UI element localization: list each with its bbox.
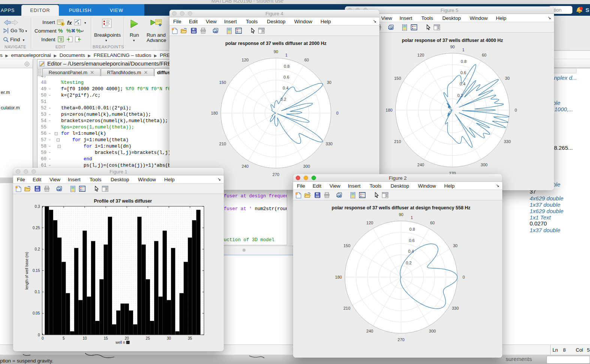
svg-text:fi: fi bbox=[78, 22, 79, 25]
svg-text:polar response of 37 wells dif: polar response of 37 wells diffuser at d… bbox=[332, 205, 470, 210]
svg-text:25: 25 bbox=[146, 336, 150, 340]
svg-text:120: 120 bbox=[366, 221, 373, 225]
svg-text:0.4: 0.4 bbox=[408, 249, 414, 254]
svg-text:0.2: 0.2 bbox=[457, 93, 463, 98]
svg-text:210: 210 bbox=[343, 306, 350, 310]
svg-text:180: 180 bbox=[335, 275, 342, 279]
svg-text:15: 15 bbox=[104, 336, 108, 340]
svg-text:0.1: 0.1 bbox=[35, 290, 40, 294]
svg-text:90: 90 bbox=[274, 49, 278, 54]
svg-text:0.15: 0.15 bbox=[33, 269, 40, 273]
svg-text:300: 300 bbox=[481, 163, 487, 167]
svg-text:10: 10 bbox=[82, 336, 87, 340]
svg-text:300: 300 bbox=[303, 164, 310, 169]
svg-text:120: 120 bbox=[417, 53, 424, 57]
svg-text:30: 30 bbox=[505, 76, 509, 81]
svg-text:30: 30 bbox=[167, 336, 171, 340]
svg-text:0: 0 bbox=[42, 336, 44, 340]
svg-text:20: 20 bbox=[125, 336, 129, 340]
svg-text:0: 0 bbox=[515, 108, 517, 112]
svg-text:0.2: 0.2 bbox=[406, 261, 412, 265]
svg-text:0: 0 bbox=[463, 275, 465, 279]
svg-text:30: 30 bbox=[327, 80, 331, 85]
svg-text:?: ? bbox=[127, 341, 129, 344]
svg-text:length of well base (m): length of well base (m) bbox=[25, 252, 29, 290]
svg-text:0.8: 0.8 bbox=[461, 59, 466, 64]
svg-text:60: 60 bbox=[482, 53, 486, 57]
svg-text:0.3: 0.3 bbox=[35, 204, 40, 209]
svg-text:0.05: 0.05 bbox=[33, 311, 40, 315]
svg-text:120: 120 bbox=[242, 58, 249, 62]
svg-text:330: 330 bbox=[504, 139, 511, 144]
svg-text:0: 0 bbox=[38, 333, 40, 337]
svg-text:240: 240 bbox=[242, 164, 249, 169]
svg-text:0.8: 0.8 bbox=[409, 227, 415, 231]
svg-text:60: 60 bbox=[304, 58, 309, 62]
svg-text:0.2: 0.2 bbox=[35, 247, 40, 251]
svg-text:1: 1 bbox=[462, 48, 464, 52]
svg-text:270: 270 bbox=[398, 337, 404, 342]
svg-text:60: 60 bbox=[430, 221, 434, 225]
svg-text:polar response of 37 wells dif: polar response of 37 wells diffuser at 4… bbox=[402, 38, 503, 43]
svg-text:0.8: 0.8 bbox=[284, 64, 289, 69]
svg-text:210: 210 bbox=[219, 142, 226, 146]
svg-text:330: 330 bbox=[452, 306, 458, 310]
svg-text:270: 270 bbox=[273, 172, 279, 177]
svg-text:0: 0 bbox=[336, 111, 338, 115]
svg-text:300: 300 bbox=[429, 329, 436, 333]
svg-text:35: 35 bbox=[188, 336, 192, 340]
svg-text:well n: well n bbox=[115, 340, 125, 345]
svg-text:90: 90 bbox=[399, 212, 403, 217]
svg-text:0.25: 0.25 bbox=[33, 226, 40, 230]
svg-text:330: 330 bbox=[326, 142, 332, 146]
svg-text:150: 150 bbox=[343, 243, 350, 248]
svg-text:240: 240 bbox=[366, 329, 373, 333]
svg-text:Profile of 37 wells diffuser: Profile of 37 wells diffuser bbox=[94, 198, 152, 204]
svg-text:180: 180 bbox=[386, 108, 392, 112]
svg-text:0.4: 0.4 bbox=[283, 86, 288, 90]
svg-text:150: 150 bbox=[219, 80, 226, 85]
svg-text:1: 1 bbox=[285, 53, 288, 57]
svg-text:90: 90 bbox=[450, 45, 455, 49]
svg-text:30: 30 bbox=[453, 243, 457, 248]
svg-text:180: 180 bbox=[211, 111, 218, 115]
svg-text:0.6: 0.6 bbox=[460, 70, 466, 75]
svg-text:240: 240 bbox=[417, 163, 424, 167]
svg-text:0.6: 0.6 bbox=[283, 75, 289, 79]
svg-text:1: 1 bbox=[411, 215, 413, 220]
svg-text:5: 5 bbox=[63, 336, 65, 340]
svg-text:polar response of 37 wells dif: polar response of 37 wells diffuser at 2… bbox=[225, 41, 326, 46]
svg-text:0.6: 0.6 bbox=[409, 238, 415, 243]
svg-text:150: 150 bbox=[394, 76, 401, 81]
svg-text:210: 210 bbox=[394, 139, 401, 144]
